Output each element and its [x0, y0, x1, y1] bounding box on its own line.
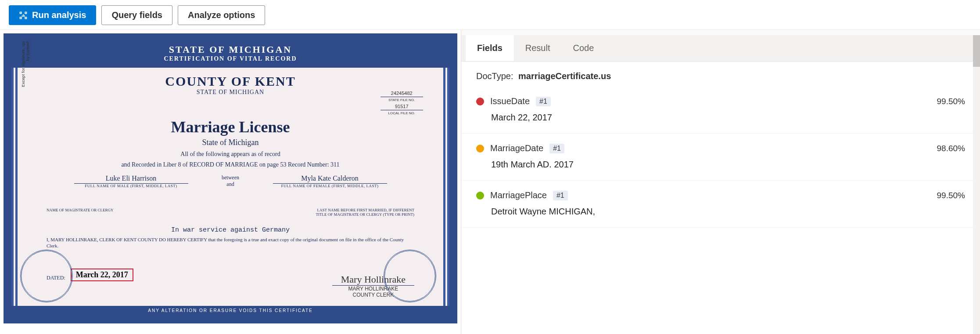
field-head: MarriagePlace #1 99.50% — [476, 190, 965, 200]
certificate-header-band: STATE OF MICHIGAN CERTIFICATION OF VITAL… — [11, 41, 449, 68]
certificate-body: COUNTY OF KENT STATE OF MICHIGAN Marriag… — [47, 72, 414, 298]
query-fields-label: Query fields — [111, 10, 162, 20]
analyze-options-label: Analyze options — [188, 10, 255, 20]
between-bot: and — [222, 181, 239, 188]
names-row: Luke Eli Harrison FULL NAME OF MALE (FIR… — [47, 174, 414, 196]
side-instruction: Except for signature, spaces left blank … — [21, 33, 30, 90]
between-label: between and — [215, 174, 245, 188]
field-color-dot — [476, 145, 484, 152]
field-value: Detroit Wayne MICHIGAN, — [491, 207, 965, 217]
results-pane: Fields Result Code DocType: marriageCert… — [461, 30, 980, 334]
state-subtitle: STATE OF MICHIGAN — [47, 89, 414, 96]
state-line: State of Michigan — [47, 138, 414, 147]
band-title: STATE OF MICHIGAN — [11, 44, 449, 55]
field-row[interactable]: MarriagePlace #1 99.50% Detroit Wayne MI… — [461, 181, 980, 228]
mag-cap-right: TITLE OF MAGISTRATE OR CLERGY (TYPE OR P… — [47, 212, 414, 217]
doctype-label: DocType: — [476, 71, 513, 81]
field-badge: #1 — [536, 97, 551, 106]
female-name: Myla Kate Calderon — [273, 174, 387, 184]
field-value: 19th March AD. 2017 — [491, 160, 965, 170]
svg-rect-0 — [20, 12, 22, 13]
field-badge: #1 — [553, 191, 568, 200]
certificate-image: STATE OF MICHIGAN CERTIFICATION OF VITAL… — [4, 33, 457, 323]
seal-right — [384, 250, 436, 302]
female-name-col: Myla Kate Calderon FULL NAME OF FEMALE (… — [245, 174, 414, 196]
svg-rect-1 — [20, 17, 22, 18]
analyze-options-button[interactable]: Analyze options — [178, 5, 265, 25]
main: STATE OF MICHIGAN CERTIFICATION OF VITAL… — [0, 30, 980, 334]
band-subtitle: CERTIFICATION OF VITAL RECORD — [11, 55, 449, 62]
record-intro: All of the following appears as of recor… — [47, 151, 414, 158]
result-tabs: Fields Result Code — [461, 35, 980, 62]
field-value: March 22, 2017 — [491, 113, 965, 123]
field-color-dot — [476, 192, 484, 200]
tab-fields[interactable]: Fields — [466, 35, 514, 61]
field-badge: #1 — [549, 144, 564, 153]
scrollbar-thumb[interactable] — [973, 35, 980, 67]
field-name: IssueDate — [490, 96, 530, 106]
query-fields-button[interactable]: Query fields — [101, 5, 172, 25]
field-row[interactable]: IssueDate #1 99.50% March 22, 2017 — [461, 87, 980, 134]
county-title: COUNTY OF KENT — [47, 74, 414, 89]
tab-code[interactable]: Code — [562, 35, 606, 61]
svg-rect-3 — [25, 17, 26, 18]
analysis-icon — [19, 11, 28, 20]
field-color-dot — [476, 98, 484, 105]
field-name: MarriageDate — [490, 143, 543, 153]
mag-cap-left: NAME OF MAGISTRATE OR CLERGY — [47, 208, 114, 212]
svg-rect-2 — [25, 12, 26, 13]
field-confidence: 98.60% — [937, 144, 965, 153]
mag-caps: NAME OF MAGISTRATE OR CLERGY LAST NAME B… — [47, 208, 414, 212]
document-pane: STATE OF MICHIGAN CERTIFICATION OF VITAL… — [0, 30, 461, 334]
run-analysis-label: Run analysis — [32, 10, 86, 20]
female-caption: FULL NAME OF FEMALE (FIRST, MIDDLE, LAST… — [245, 184, 414, 188]
certificate-footer: ANY ALTERATION OR ERASURE VOIDS THIS CER… — [11, 306, 449, 316]
doctype-value: marriageCertificate.us — [518, 71, 611, 81]
doctype-row: DocType: marriageCertificate.us — [461, 62, 980, 87]
field-head: MarriageDate #1 98.60% — [476, 143, 965, 153]
dated-value: March 22, 2017 — [71, 269, 133, 281]
field-row[interactable]: MarriageDate #1 98.60% 19th March AD. 20… — [461, 134, 980, 181]
male-caption: FULL NAME OF MALE (FIRST, MIDDLE, LAST) — [47, 184, 215, 188]
record-line: and Recorded in Liber 8 of RECORD OF MAR… — [47, 161, 414, 168]
field-head: IssueDate #1 99.50% — [476, 96, 965, 106]
between-top: between — [222, 174, 239, 181]
male-name-col: Luke Eli Harrison FULL NAME OF MALE (FIR… — [47, 174, 215, 196]
certify-text: I, MARY HOLLINRAKE, CLERK OF KENT COUNTY… — [47, 236, 414, 249]
male-name: Luke Eli Harrison — [74, 174, 188, 184]
run-analysis-button[interactable]: Run analysis — [9, 5, 96, 25]
toolbar: Run analysis Query fields Analyze option… — [0, 0, 980, 30]
war-service-line: In war service against Germany — [47, 226, 414, 234]
tab-result[interactable]: Result — [514, 35, 562, 61]
field-name: MarriagePlace — [490, 190, 547, 200]
scrollbar-track[interactable] — [973, 35, 980, 334]
lastname-cap: LAST NAME BEFORE FIRST MARRIED, IF DIFFE… — [317, 208, 414, 212]
field-confidence: 99.50% — [937, 191, 965, 200]
marriage-license-title: Marriage License — [47, 118, 414, 136]
fields-list[interactable]: IssueDate #1 99.50% March 22, 2017 Marri… — [461, 87, 980, 334]
field-confidence: 99.50% — [937, 97, 965, 106]
seal-left — [20, 250, 73, 302]
